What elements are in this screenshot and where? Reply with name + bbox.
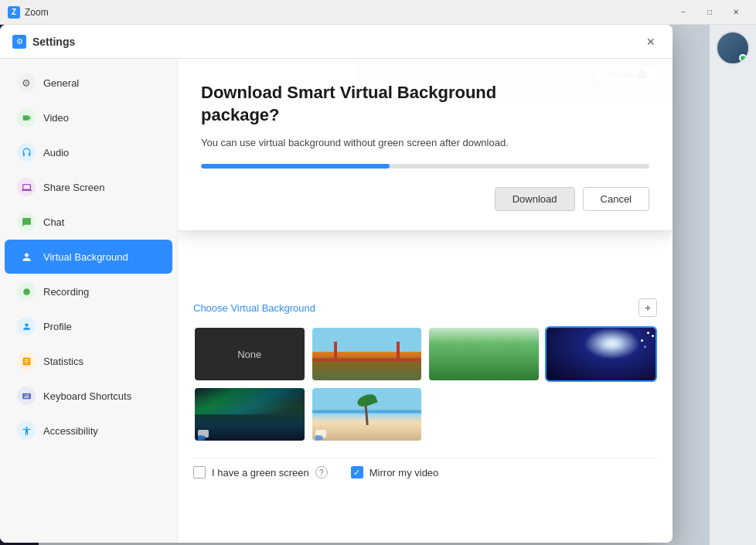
settings-content: Preview 🎥 Download Smart Virtual Backgro…	[178, 59, 673, 543]
app-title: Zoom	[25, 7, 671, 18]
profile-icon	[17, 317, 36, 336]
sidebar-item-label: Statistics	[43, 356, 83, 367]
sidebar-item-accessibility[interactable]: Accessibility	[5, 414, 172, 448]
bg-item-grass[interactable]	[427, 326, 540, 382]
bg-item-beach[interactable]	[311, 387, 424, 442]
bg-golden-gate-img	[312, 328, 422, 380]
sidebar-item-profile[interactable]: Profile	[5, 309, 172, 343]
bottom-options: I have a green screen ? ✓ Mirror my vide…	[193, 458, 657, 486]
sidebar-item-label: Virtual Background	[43, 251, 128, 263]
sidebar-item-label: Video	[43, 112, 69, 124]
vbg-header: Choose Virtual Background +	[193, 298, 657, 317]
progress-bar-container	[201, 164, 649, 169]
statistics-icon	[17, 352, 36, 370]
sidebar-item-share-screen[interactable]: Share Screen	[5, 170, 172, 204]
sidebar-item-audio[interactable]: Audio	[5, 135, 172, 169]
maximize-button[interactable]: □	[697, 5, 722, 20]
sidebar-item-recording[interactable]: Recording	[5, 274, 172, 308]
recording-icon	[17, 282, 36, 301]
sidebar-item-label: Chat	[43, 216, 64, 228]
audio-icon	[17, 143, 36, 162]
mirror-video-option: ✓ Mirror my video	[351, 466, 439, 479]
bg-beach-img	[312, 388, 422, 441]
sidebar-item-label: Profile	[43, 321, 72, 332]
settings-body: ⚙ General Video Audio	[0, 59, 673, 543]
sidebar-item-video[interactable]: Video	[5, 100, 172, 135]
sidebar-item-general[interactable]: ⚙ General	[5, 66, 172, 100]
minimize-button[interactable]: −	[671, 5, 696, 20]
vbg-section-title: Choose Virtual Background	[193, 302, 315, 314]
sidebar-item-label: Audio	[43, 147, 69, 158]
progress-bar-fill	[201, 164, 390, 169]
settings-header-icon: ⚙	[12, 35, 26, 49]
virtual-background-icon	[17, 247, 36, 266]
sidebar-item-keyboard-shortcuts[interactable]: Keyboard Shortcuts	[5, 379, 172, 413]
sidebar-item-statistics[interactable]: Statistics	[5, 344, 172, 378]
cancel-button[interactable]: Cancel	[583, 187, 649, 211]
window-controls: − □ ✕	[671, 5, 748, 20]
sidebar-item-label: Accessibility	[43, 425, 98, 437]
zoom-app-icon: Z	[8, 6, 20, 19]
settings-header-left: ⚙ Settings	[12, 35, 75, 49]
settings-title: Settings	[32, 36, 75, 48]
chat-icon	[17, 213, 36, 231]
add-background-button[interactable]: +	[639, 298, 657, 317]
sidebar-item-label: Recording	[43, 286, 89, 298]
bg-item-space[interactable]	[545, 326, 658, 382]
mirror-video-label: Mirror my video	[369, 467, 439, 479]
bg-space-img	[547, 328, 656, 380]
keyboard-icon	[17, 387, 36, 405]
video-icon	[198, 430, 209, 438]
download-button[interactable]: Download	[495, 187, 575, 211]
settings-window: ⚙ Settings ✕ ⚙ General Video	[0, 25, 673, 543]
bg-none-label: None	[195, 328, 305, 380]
bg-item-golden-gate[interactable]	[311, 326, 424, 382]
main-area: ⚙ Settings ✕ ⚙ General Video	[0, 25, 756, 545]
settings-header: ⚙ Settings ✕	[0, 25, 673, 59]
online-status-dot	[739, 54, 747, 62]
download-dialog: Download Smart Virtual Background packag…	[178, 59, 673, 231]
green-screen-option: I have a green screen ?	[193, 466, 328, 479]
green-screen-checkbox[interactable]	[193, 466, 206, 479]
background-grid: None	[193, 326, 657, 442]
dialog-title: Download Smart Virtual Background packag…	[201, 82, 649, 126]
virtual-background-section: Choose Virtual Background + None	[193, 298, 657, 486]
avatar	[716, 31, 750, 65]
accessibility-icon	[17, 421, 36, 440]
sidebar-item-label: General	[43, 77, 79, 89]
mirror-video-checkbox[interactable]: ✓	[351, 466, 363, 479]
bg-item-aurora[interactable]	[193, 387, 306, 442]
bg-aurora-img	[195, 388, 305, 441]
green-screen-label: I have a green screen	[212, 467, 309, 479]
settings-sidebar: ⚙ General Video Audio	[0, 59, 178, 543]
dialog-description: You can use virtual background without g…	[201, 137, 649, 148]
zoom-right-panel	[710, 25, 756, 545]
video-icon	[315, 430, 326, 438]
bg-item-none[interactable]: None	[193, 326, 306, 382]
window-close-button[interactable]: ✕	[724, 5, 748, 20]
video-icon	[17, 108, 36, 127]
titlebar: Z Zoom − □ ✕	[0, 0, 756, 25]
svg-point-0	[23, 288, 30, 295]
sidebar-item-label: Keyboard Shortcuts	[43, 390, 131, 402]
bg-grass-img	[429, 328, 539, 380]
general-icon: ⚙	[17, 73, 36, 92]
settings-close-button[interactable]: ✕	[642, 32, 660, 51]
share-screen-icon	[17, 178, 36, 196]
sidebar-item-virtual-background[interactable]: Virtual Background	[5, 240, 172, 274]
help-icon[interactable]: ?	[315, 466, 328, 479]
dialog-buttons: Download Cancel	[201, 187, 649, 211]
sidebar-item-label: Share Screen	[43, 182, 105, 193]
sidebar-item-chat[interactable]: Chat	[5, 205, 172, 239]
